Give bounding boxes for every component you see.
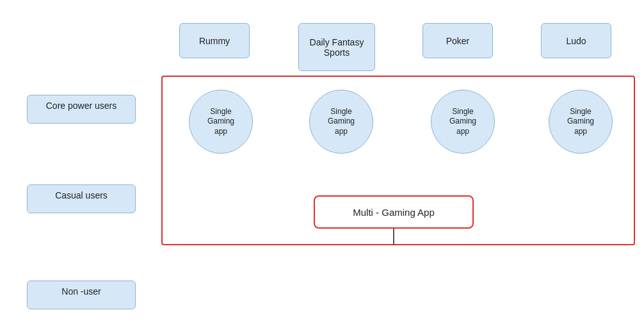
diagram-container: Rummy Daily Fantasy Sports Poker Ludo Co… [0,0,644,326]
col-header-rummy: Rummy [179,23,250,58]
row-label-casual-users: Casual users [27,184,136,213]
circle-rummy: Single Gaming app [189,90,253,154]
connector-line [393,229,394,245]
row-label-core-power-users: Core power users [27,95,136,124]
col-header-dfs: Daily Fantasy Sports [298,23,375,71]
circle-ludo: Single Gaming app [549,90,613,154]
col-header-ludo: Ludo [541,23,611,58]
row-label-non-user: Non -user [27,281,136,309]
multi-gaming-app: Multi - Gaming App [314,195,474,229]
col-header-poker: Poker [423,23,493,58]
circle-dfs: Single Gaming app [309,90,373,154]
circle-poker: Single Gaming app [431,90,495,154]
